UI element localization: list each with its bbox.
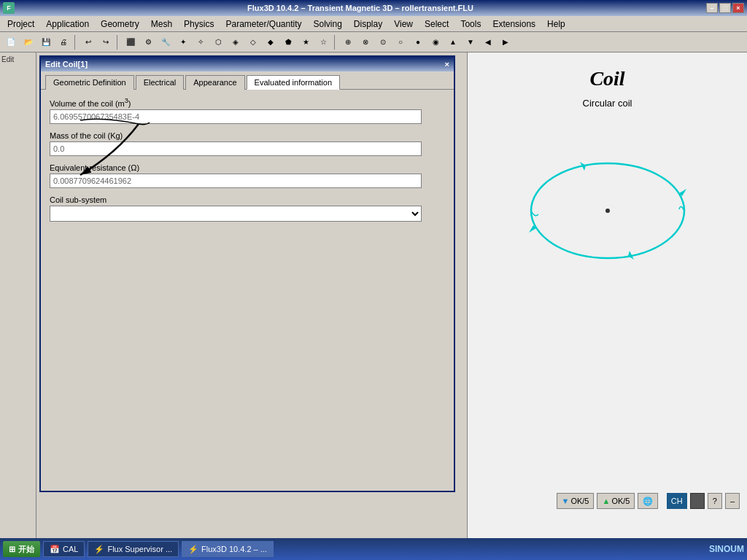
sidebar: Edit xyxy=(0,52,36,538)
toolbar-btn12[interactable]: ☆ xyxy=(315,34,331,50)
help-button[interactable]: ? xyxy=(708,493,722,509)
mass-input[interactable] xyxy=(50,141,422,156)
toolbar-btn5[interactable]: ✧ xyxy=(193,34,209,50)
menu-view[interactable]: View xyxy=(388,18,419,31)
toolbar-open[interactable]: 📂 xyxy=(20,34,36,50)
window-controls: – □ × xyxy=(706,3,744,13)
sidebar-header: Edit xyxy=(1,55,34,63)
taskbar-right: SINOUM xyxy=(709,544,744,554)
edit-coil-dialog: Edit Coil[1] × Geometric Definition Elec… xyxy=(39,55,455,492)
toolbar-undo[interactable]: ↩ xyxy=(80,34,96,50)
toolbar-btn14[interactable]: ⊗ xyxy=(357,34,374,50)
brand-label: SINOUM xyxy=(709,544,744,554)
ok-up-button[interactable]: ▲ OK/5 xyxy=(597,493,635,509)
toolbar-btn8[interactable]: ◇ xyxy=(245,34,261,50)
toolbar-btn21[interactable]: ◀ xyxy=(480,34,496,50)
volume-input[interactable] xyxy=(50,109,422,124)
ok-down-button[interactable]: ▼ OK/5 xyxy=(557,493,595,509)
menu-extensions[interactable]: Extensions xyxy=(487,18,541,31)
svg-point-2 xyxy=(605,209,610,213)
flux-sup-label: Flux Supervisor ... xyxy=(107,545,172,553)
toolbar-separator-1 xyxy=(74,35,77,50)
mass-field-group: Mass of the coil (Kg) xyxy=(50,131,445,156)
toolbar-btn9[interactable]: ◆ xyxy=(263,34,279,50)
preview-subtitle: Circular coil xyxy=(583,98,632,109)
toolbar-btn16[interactable]: ○ xyxy=(392,34,409,50)
toolbar-redo[interactable]: ↪ xyxy=(98,34,114,50)
toolbar-btn7[interactable]: ◈ xyxy=(228,34,244,50)
app-icon: F xyxy=(3,2,15,14)
taskbar: ⊞ 开始 📅 CAL ⚡ Flux Supervisor ... ⚡ Flux3… xyxy=(0,538,747,560)
menu-geometry[interactable]: Geometry xyxy=(95,18,145,31)
maximize-button[interactable]: □ xyxy=(719,3,731,13)
menu-display[interactable]: Display xyxy=(348,18,388,31)
start-icon: ⊞ xyxy=(9,545,15,554)
menu-application[interactable]: Application xyxy=(40,18,95,31)
menu-solving[interactable]: Solving xyxy=(308,18,348,31)
resistance-input[interactable] xyxy=(50,174,422,188)
ok-down-label: OK/5 xyxy=(570,497,589,505)
taskbar-item-flux3d[interactable]: ⚡ Flux3D 10.4.2 – ... xyxy=(182,541,274,557)
toolbar-btn19[interactable]: ▲ xyxy=(445,34,461,50)
menu-mesh[interactable]: Mesh xyxy=(145,18,178,31)
toolbar-separator-2 xyxy=(117,35,120,50)
menu-help[interactable]: Help xyxy=(541,18,571,31)
subsystem-field-group: Coil sub-system xyxy=(50,195,445,222)
dialog-close-icon[interactable]: × xyxy=(445,60,449,69)
toolbar-btn17[interactable]: ● xyxy=(410,34,426,50)
ok-up-label: OK/5 xyxy=(611,497,630,505)
dialog-tabs: Geometric Definition Electrical Appearan… xyxy=(41,71,454,90)
toolbar-save[interactable]: 💾 xyxy=(38,34,54,50)
toolbar-btn6[interactable]: ⬡ xyxy=(210,34,226,50)
toolbar: 📄 📂 💾 🖨 ↩ ↪ ⬛ ⚙ 🔧 ✦ ✧ ⬡ ◈ ◇ ◆ ⬟ ★ ☆ ⊕ ⊗ … xyxy=(0,32,747,52)
dialog-content: Volume of the coil (m3) Mass of the coil… xyxy=(41,90,454,491)
volume-label: Volume of the coil (m3) xyxy=(50,97,445,108)
toolbar-separator-3 xyxy=(334,35,337,50)
coil-svg xyxy=(506,131,710,291)
window-title: Flux3D 10.4.2 – Transient Magnetic 3D – … xyxy=(15,4,706,12)
menu-physics[interactable]: Physics xyxy=(178,18,220,31)
globe-icon: 🌐 xyxy=(643,497,653,506)
minimize-ctrl-button[interactable]: – xyxy=(725,493,740,509)
menu-parameter-quantity[interactable]: Parameter/Quantity xyxy=(220,18,307,31)
close-button[interactable]: × xyxy=(732,3,744,13)
menu-project[interactable]: Project xyxy=(1,18,40,31)
toolbar-btn3[interactable]: 🔧 xyxy=(158,34,174,50)
toolbar-btn11[interactable]: ★ xyxy=(298,34,314,50)
tab-evaluated-information[interactable]: Evaluated information xyxy=(247,75,340,90)
toolbar-btn18[interactable]: ◉ xyxy=(427,34,444,50)
toolbar-new[interactable]: 📄 xyxy=(3,34,19,50)
toolbar-btn2[interactable]: ⚙ xyxy=(140,34,156,50)
menu-bar: Project Application Geometry Mesh Physic… xyxy=(0,16,747,32)
tab-geometric-definition[interactable]: Geometric Definition xyxy=(45,75,134,90)
toolbar-btn10[interactable]: ⬟ xyxy=(280,34,296,50)
toolbar-btn1[interactable]: ⬛ xyxy=(123,34,139,50)
title-bar: F Flux3D 10.4.2 – Transient Magnetic 3D … xyxy=(0,0,747,16)
taskbar-item-cal[interactable]: 📅 CAL xyxy=(43,541,85,557)
toolbar-btn4[interactable]: ✦ xyxy=(175,34,191,50)
tab-electrical[interactable]: Electrical xyxy=(136,75,185,90)
flux-sup-icon: ⚡ xyxy=(94,545,104,554)
tab-appearance[interactable]: Appearance xyxy=(185,75,244,90)
start-label: 开始 xyxy=(18,544,34,555)
toolbar-btn22[interactable]: ▶ xyxy=(498,34,514,50)
web-button[interactable]: 🌐 xyxy=(638,493,658,509)
toolbar-btn20[interactable]: ▼ xyxy=(462,34,479,50)
ch-indicator: CH xyxy=(667,493,687,509)
preview-panel: Coil Circular coil xyxy=(467,52,747,538)
mass-label: Mass of the coil (Kg) xyxy=(50,131,445,140)
flux3d-label: Flux3D 10.4.2 – ... xyxy=(201,545,267,553)
menu-select[interactable]: Select xyxy=(419,18,454,31)
minimize-button[interactable]: – xyxy=(706,3,718,13)
menu-tools[interactable]: Tools xyxy=(454,18,487,31)
main-area: Edit Edit Coil[1] × Geometric Definition… xyxy=(0,52,747,538)
flux3d-icon: ⚡ xyxy=(188,545,198,554)
taskbar-item-flux-supervisor[interactable]: ⚡ Flux Supervisor ... xyxy=(88,541,179,557)
toolbar-btn15[interactable]: ⊙ xyxy=(375,34,391,50)
ch-display xyxy=(690,493,705,509)
start-button[interactable]: ⊞ 开始 xyxy=(3,541,40,557)
cal-label: CAL xyxy=(63,545,78,553)
toolbar-print[interactable]: 🖨 xyxy=(55,34,71,50)
subsystem-select[interactable] xyxy=(50,206,422,222)
toolbar-btn13[interactable]: ⊕ xyxy=(340,34,356,50)
